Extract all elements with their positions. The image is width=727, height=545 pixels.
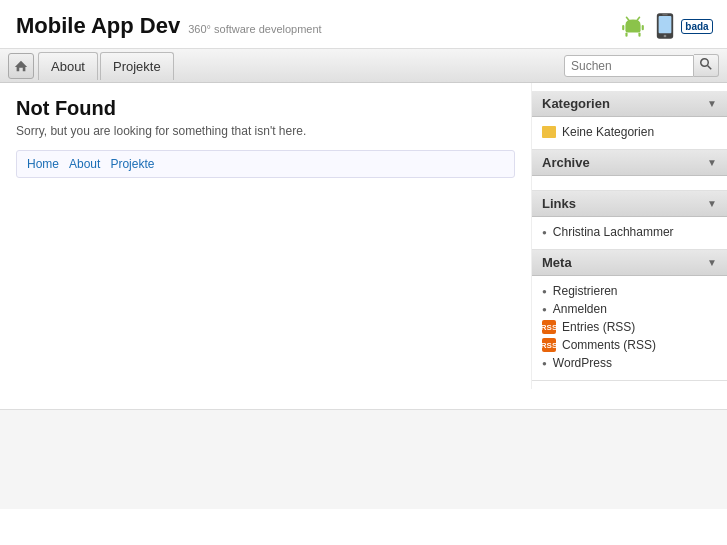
home-icon — [14, 59, 28, 73]
bullet-icon: ● — [542, 359, 547, 368]
svg-rect-5 — [638, 33, 640, 37]
widget-meta: Meta ▼ ● Registrieren ● Anmelden RSS Ent… — [532, 250, 727, 381]
link-christina[interactable]: Christina Lachhammer — [553, 225, 674, 239]
phone-icon — [651, 12, 679, 40]
link-wordpress[interactable]: WordPress — [553, 356, 612, 370]
chevron-down-icon: ▼ — [707, 257, 717, 268]
list-item: RSS Entries (RSS) — [542, 318, 717, 336]
home-button[interactable] — [8, 53, 34, 79]
link-comments-rss[interactable]: Comments (RSS) — [562, 338, 656, 352]
tab-about[interactable]: About — [38, 52, 98, 80]
link-anmelden[interactable]: Anmelden — [553, 302, 607, 316]
svg-point-12 — [701, 59, 709, 67]
widget-links-header[interactable]: Links ▼ — [532, 191, 727, 217]
svg-line-2 — [627, 17, 629, 20]
site-title: Mobile App Dev — [16, 13, 180, 39]
link-registrieren[interactable]: Registrieren — [553, 284, 618, 298]
svg-rect-11 — [662, 14, 667, 15]
svg-line-13 — [708, 66, 712, 70]
link-entries-rss[interactable]: Entries (RSS) — [562, 320, 635, 334]
tab-projekte[interactable]: Projekte — [100, 52, 174, 80]
breadcrumb-home[interactable]: Home — [27, 157, 59, 171]
site-header: Mobile App Dev 360° software development — [0, 0, 727, 49]
android-icon — [619, 12, 647, 40]
not-found-title: Not Found — [16, 97, 515, 120]
chevron-down-icon: ▼ — [707, 98, 717, 109]
widget-archive: Archive ▼ — [532, 150, 727, 191]
widget-kategorien-body: Keine Kategorien — [532, 117, 727, 149]
not-found-message: Sorry, but you are looking for something… — [16, 124, 515, 138]
rss-icon: RSS — [542, 320, 556, 334]
widget-kategorien-header[interactable]: Kategorien ▼ — [532, 91, 727, 117]
breadcrumb-about[interactable]: About — [69, 157, 100, 171]
svg-point-10 — [664, 35, 667, 38]
search-input[interactable] — [564, 55, 694, 77]
chevron-down-icon: ▼ — [707, 198, 717, 209]
widget-meta-header[interactable]: Meta ▼ — [532, 250, 727, 276]
folder-icon — [542, 126, 556, 138]
list-item: ● WordPress — [542, 354, 717, 372]
search-button[interactable] — [694, 54, 719, 77]
navbar: About Projekte — [0, 49, 727, 83]
bullet-icon: ● — [542, 287, 547, 296]
sidebar: Kategorien ▼ Keine Kategorien Archive ▼ … — [532, 83, 727, 389]
content-area: Not Found Sorry, but you are looking for… — [0, 83, 532, 389]
chevron-down-icon: ▼ — [707, 157, 717, 168]
footer — [0, 409, 727, 509]
bullet-icon: ● — [542, 228, 547, 237]
rss-icon: RSS — [542, 338, 556, 352]
bada-icon: bada — [683, 12, 711, 40]
bullet-icon: ● — [542, 305, 547, 314]
widget-archive-body — [532, 176, 727, 190]
list-item: ● Christina Lachhammer — [542, 223, 717, 241]
site-tagline: 360° software development — [188, 23, 321, 35]
platform-icons: bada — [619, 12, 711, 40]
svg-line-3 — [637, 17, 639, 20]
breadcrumb-bar: Home About Projekte — [16, 150, 515, 178]
list-item: RSS Comments (RSS) — [542, 336, 717, 354]
svg-rect-9 — [659, 16, 672, 33]
list-item: ● Registrieren — [542, 282, 717, 300]
widget-kategorien: Kategorien ▼ Keine Kategorien — [532, 91, 727, 150]
svg-rect-6 — [622, 25, 624, 30]
search-icon — [700, 58, 712, 70]
list-item: Keine Kategorien — [542, 123, 717, 141]
header-left: Mobile App Dev 360° software development — [16, 13, 322, 39]
svg-rect-4 — [625, 33, 627, 37]
svg-rect-7 — [642, 25, 644, 30]
widget-links: Links ▼ ● Christina Lachhammer — [532, 191, 727, 250]
widget-archive-header[interactable]: Archive ▼ — [532, 150, 727, 176]
main-layout: Not Found Sorry, but you are looking for… — [0, 83, 727, 389]
breadcrumb-projekte[interactable]: Projekte — [110, 157, 154, 171]
widget-links-body: ● Christina Lachhammer — [532, 217, 727, 249]
list-item: ● Anmelden — [542, 300, 717, 318]
search-area — [564, 54, 719, 77]
widget-meta-body: ● Registrieren ● Anmelden RSS Entries (R… — [532, 276, 727, 380]
